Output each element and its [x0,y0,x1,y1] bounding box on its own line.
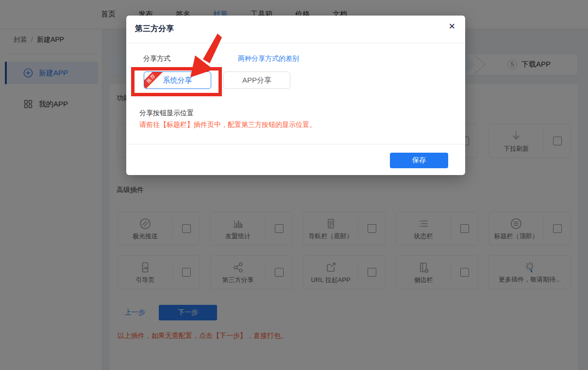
system-share-button[interactable]: 推荐 系统分享 [144,71,211,89]
recommend-ribbon: 推荐 [144,71,165,89]
system-share-label: 系统分享 [163,76,192,84]
dialog-header-divider [126,43,465,43]
save-button[interactable]: 保存 [390,153,448,168]
dialog-footer-divider [126,144,465,144]
app-share-label: APP分享 [242,76,271,84]
button-position-warning: 请前往【标题栏】插件页中，配置第三方按钮的显示位置。 [139,121,316,129]
button-position-label: 分享按钮显示位置 [139,109,194,118]
share-method-label: 分享方式 [143,54,170,63]
app-share-button[interactable]: APP分享 [223,71,290,89]
share-method-diff-link[interactable]: 两种分享方式的差别 [238,54,299,63]
third-party-share-dialog: 第三方分享 ✕ 分享方式 两种分享方式的差别 推荐 系统分享 APP分享 分享按… [126,16,465,175]
dialog-title: 第三方分享 [135,24,174,34]
close-icon[interactable]: ✕ [449,22,455,31]
